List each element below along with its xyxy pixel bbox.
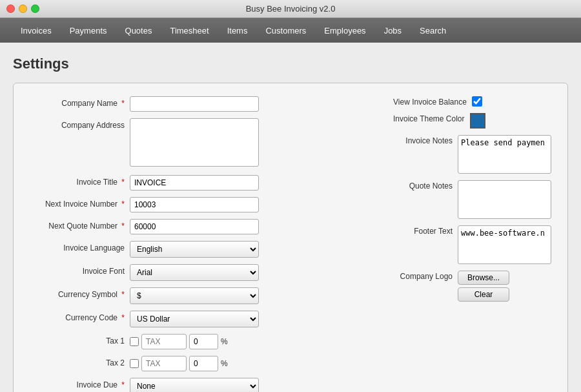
footer-text-label: Footer Text — [393, 225, 458, 236]
menu-timesheet[interactable]: Timesheet — [162, 23, 216, 39]
menu-quotes[interactable]: Quotes — [117, 23, 160, 39]
invoice-font-select[interactable]: Arial Helvetica Times New Roman Courier — [130, 264, 259, 281]
invoice-theme-color-swatch[interactable] — [470, 113, 485, 129]
next-quote-number-row: Next Quote Number * — [26, 219, 367, 234]
left-column: Company Name * Company Address I — [26, 96, 367, 392]
invoice-language-row: Invoice Language English French German S… — [26, 241, 367, 258]
footer-text-textarea[interactable]: www.bee-software.n — [458, 225, 551, 264]
invoice-theme-color-label: Invoice Theme Color — [393, 113, 470, 123]
invoice-notes-row: Invoice Notes Please send paymen — [393, 135, 555, 174]
invoice-language-select[interactable]: English French German Spanish — [130, 241, 259, 258]
tax1-percent-label: % — [221, 337, 228, 346]
close-button[interactable] — [6, 5, 15, 13]
next-quote-number-input[interactable] — [130, 219, 259, 234]
view-invoice-balance-row: View Invoice Balance — [393, 96, 555, 107]
company-name-input[interactable] — [130, 96, 259, 112]
currency-symbol-label: Currency Symbol * — [26, 287, 130, 299]
tax2-controls: % — [130, 356, 367, 371]
invoice-title-row: Invoice Title * — [26, 175, 367, 191]
invoice-title-label: Invoice Title * — [26, 175, 130, 187]
tax1-label: Tax 1 — [26, 334, 130, 346]
menu-invoices[interactable]: Invoices — [13, 23, 59, 39]
menu-items[interactable]: Items — [219, 23, 256, 39]
tax2-percent-label: % — [221, 359, 228, 368]
tax2-name-input[interactable] — [141, 356, 187, 371]
invoice-due-label: Invoice Due * — [26, 378, 130, 389]
currency-symbol-select[interactable]: $ € £ ¥ — [130, 287, 259, 304]
tax1-name-input[interactable] — [141, 334, 187, 349]
invoice-font-row: Invoice Font Arial Helvetica Times New R… — [26, 264, 367, 281]
invoice-theme-color-row: Invoice Theme Color — [393, 113, 555, 129]
right-column: View Invoice Balance Invoice Theme Color… — [393, 96, 555, 392]
logo-buttons: Browse... Clear — [458, 271, 509, 302]
minimize-button[interactable] — [19, 5, 27, 13]
tax1-rate-input[interactable] — [189, 334, 218, 349]
footer-text-row: Footer Text www.bee-software.n — [393, 225, 555, 264]
menu-employees[interactable]: Employees — [316, 23, 373, 39]
quote-notes-textarea[interactable] — [458, 180, 551, 219]
tax1-controls: % — [130, 334, 367, 349]
company-name-label: Company Name * — [26, 96, 130, 108]
menu-jobs[interactable]: Jobs — [376, 23, 409, 39]
tax2-row: Tax 2 % — [26, 356, 367, 371]
next-invoice-number-label: Next Invoice Number * — [26, 197, 130, 209]
invoice-notes-label: Invoice Notes — [393, 135, 458, 145]
currency-code-row: Currency Code * US Dollar Euro British P… — [26, 311, 367, 327]
menu-customers[interactable]: Customers — [258, 23, 314, 39]
browse-button[interactable]: Browse... — [458, 271, 509, 285]
company-logo-row: Company Logo Browse... Clear — [393, 271, 555, 302]
tax2-checkbox[interactable] — [130, 359, 139, 368]
menubar: Invoices Payments Quotes Timesheet Items… — [0, 18, 581, 43]
menu-payments[interactable]: Payments — [62, 23, 115, 39]
company-address-input[interactable] — [130, 118, 259, 167]
tax1-checkbox[interactable] — [130, 337, 139, 346]
company-logo-label: Company Logo — [393, 271, 458, 281]
app-title: Busy Bee Invoicing v2.0 — [246, 4, 336, 14]
settings-panel: Company Name * Company Address I — [13, 83, 568, 392]
view-invoice-balance-checkbox[interactable] — [472, 96, 482, 107]
currency-code-select[interactable]: US Dollar Euro British Pound Japanese Ye… — [130, 311, 259, 327]
menu-search[interactable]: Search — [412, 23, 454, 39]
company-address-field — [130, 118, 367, 169]
currency-code-label: Currency Code * — [26, 311, 130, 322]
company-address-row: Company Address — [26, 118, 367, 169]
tax2-rate-input[interactable] — [189, 356, 218, 371]
invoice-notes-textarea[interactable]: Please send paymen — [458, 135, 551, 174]
invoice-language-label: Invoice Language — [26, 241, 130, 253]
next-invoice-number-input[interactable] — [130, 197, 259, 212]
traffic-lights — [6, 5, 39, 13]
invoice-due-select[interactable]: None 7 Days 14 Days 30 Days 60 Days 90 D… — [130, 378, 259, 392]
required-star: * — [121, 99, 125, 108]
invoice-font-label: Invoice Font — [26, 264, 130, 276]
tax1-row: Tax 1 % — [26, 334, 367, 349]
content-area: Settings Company Name * Company Address — [0, 43, 581, 392]
maximize-button[interactable] — [31, 5, 39, 13]
invoice-due-row: Invoice Due * None 7 Days 14 Days 30 Day… — [26, 378, 367, 392]
next-quote-number-label: Next Quote Number * — [26, 219, 130, 231]
company-name-row: Company Name * — [26, 96, 367, 112]
next-invoice-number-row: Next Invoice Number * — [26, 197, 367, 212]
quote-notes-label: Quote Notes — [393, 180, 458, 191]
invoice-title-input[interactable] — [130, 175, 259, 191]
quote-notes-row: Quote Notes — [393, 180, 555, 219]
page-title: Settings — [13, 56, 568, 72]
company-name-field — [130, 96, 367, 112]
view-invoice-balance-label: View Invoice Balance — [393, 96, 472, 107]
company-address-label: Company Address — [26, 118, 130, 130]
clear-button[interactable]: Clear — [458, 287, 509, 302]
tax2-label: Tax 2 — [26, 356, 130, 367]
titlebar: Busy Bee Invoicing v2.0 — [0, 0, 581, 18]
currency-symbol-row: Currency Symbol * $ € £ ¥ — [26, 287, 367, 304]
